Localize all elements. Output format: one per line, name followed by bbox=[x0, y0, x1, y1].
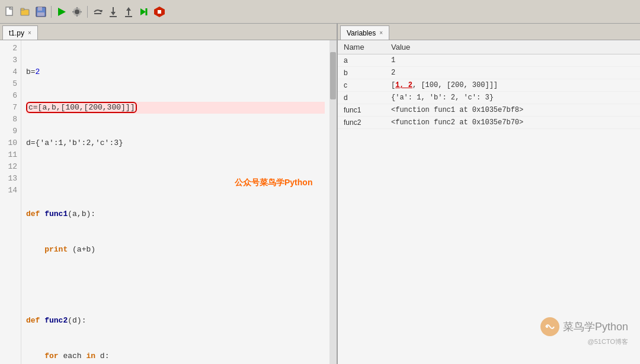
var-name-func2: func2 bbox=[338, 117, 385, 129]
var-name-c: c bbox=[338, 79, 385, 92]
run-button[interactable] bbox=[55, 5, 68, 18]
editor-body: 2 3 4 5 6 7 8 9 10 11 12 13 14 b=2 c=[a,… bbox=[0, 40, 337, 364]
svg-marker-23 bbox=[140, 8, 146, 15]
main-content: t1.py × 2 3 4 5 6 7 8 9 10 11 12 13 bbox=[0, 24, 640, 364]
var-name-b: b bbox=[338, 67, 385, 79]
code-line-8 bbox=[26, 279, 325, 291]
code-line-3: c=[a,b,[100,[200,300]]] bbox=[26, 102, 325, 114]
scrollbar-thumb[interactable] bbox=[330, 52, 336, 99]
editor-tab-t1py[interactable]: t1.py × bbox=[2, 25, 38, 40]
svg-rect-7 bbox=[37, 12, 44, 16]
editor-tab-label: t1.py bbox=[9, 29, 24, 37]
var-value-b: 2 bbox=[385, 67, 640, 79]
code-line-7: print (a+b) bbox=[26, 244, 325, 256]
code-line-2: b=2 bbox=[26, 66, 325, 78]
editor-tab-bar: t1.py × bbox=[0, 24, 337, 40]
left-panel: t1.py × 2 3 4 5 6 7 8 9 10 11 12 13 bbox=[0, 24, 338, 364]
right-panel: Variables × Name Value a 1 b 2 bbox=[338, 24, 640, 364]
var-value-c: [1, 2, [100, [200, 300]]] bbox=[385, 79, 640, 92]
debug-button[interactable] bbox=[71, 5, 84, 18]
watermark-text: 菜鸟学Python bbox=[563, 320, 628, 334]
svg-rect-26 bbox=[158, 10, 161, 14]
variables-table: Name Value a 1 b 2 c [1, 2, [100, [200, … bbox=[338, 40, 640, 129]
new-file-button[interactable] bbox=[4, 5, 17, 18]
svg-rect-6 bbox=[38, 7, 42, 11]
var-row-a: a 1 bbox=[338, 54, 640, 67]
code-line-4: d={'a':1,'b':2,'c':3} bbox=[26, 137, 325, 149]
toolbar-sep-2 bbox=[87, 6, 88, 18]
var-name-a: a bbox=[338, 54, 385, 67]
svg-marker-21 bbox=[126, 7, 131, 11]
step-into-button[interactable] bbox=[107, 5, 120, 18]
var-row-d: d {'a': 1, 'b': 2, 'c': 3} bbox=[338, 92, 640, 104]
code-line-6: def func1(a,b): bbox=[26, 208, 325, 220]
watermark: 菜鸟学Python @51CTO博客 bbox=[540, 317, 628, 346]
svg-marker-8 bbox=[58, 8, 66, 16]
step-over-button[interactable] bbox=[91, 5, 104, 18]
var-value-d: {'a': 1, 'b': 2, 'c': 3} bbox=[385, 92, 640, 104]
line-numbers: 2 3 4 5 6 7 8 9 10 11 12 13 14 bbox=[0, 40, 21, 364]
svg-point-28 bbox=[546, 326, 548, 328]
svg-point-10 bbox=[75, 9, 79, 14]
toolbar bbox=[0, 0, 640, 24]
svg-rect-4 bbox=[21, 8, 24, 10]
resume-button[interactable] bbox=[137, 5, 151, 18]
var-row-func2: func2 <function func2 at 0x1035e7b70> bbox=[338, 117, 640, 129]
variables-tab-label: Variables bbox=[347, 29, 376, 37]
annotation-label: 公众号菜鸟学Python bbox=[235, 176, 312, 188]
var-name-d: d bbox=[338, 92, 385, 104]
code-editor[interactable]: b=2 c=[a,b,[100,[200,300]]] d={'a':1,'b'… bbox=[21, 40, 329, 364]
code-line-9: def func2(d): bbox=[26, 315, 325, 327]
stop-button[interactable] bbox=[153, 5, 166, 18]
editor-scrollbar[interactable] bbox=[329, 40, 337, 364]
save-file-button[interactable] bbox=[34, 5, 47, 18]
editor-tab-close[interactable]: × bbox=[28, 30, 31, 36]
watermark-subtext: @51CTO博客 bbox=[588, 337, 628, 346]
editor-container: t1.py × 2 3 4 5 6 7 8 9 10 11 12 13 bbox=[0, 24, 337, 364]
svg-marker-18 bbox=[111, 12, 116, 15]
variables-tab[interactable]: Variables × bbox=[340, 25, 389, 40]
toolbar-sep-1 bbox=[51, 6, 52, 18]
var-value-func2: <function func2 at 0x1035e7b70> bbox=[385, 117, 640, 129]
step-out-button[interactable] bbox=[122, 5, 135, 18]
variables-tab-close[interactable]: × bbox=[379, 30, 383, 36]
var-value-a: 1 bbox=[385, 54, 640, 67]
watermark-logo bbox=[540, 317, 559, 336]
var-row-func1: func1 <function func1 at 0x1035e7bf8> bbox=[338, 104, 640, 117]
var-name-func1: func1 bbox=[338, 104, 385, 117]
var-value-func1: <function func1 at 0x1035e7bf8> bbox=[385, 104, 640, 117]
col-header-value: Value bbox=[385, 40, 640, 54]
var-row-b: b 2 bbox=[338, 67, 640, 79]
open-file-button[interactable] bbox=[19, 5, 32, 18]
code-line-10: for each in d: bbox=[26, 350, 325, 362]
col-header-name: Name bbox=[338, 40, 385, 54]
variables-tab-bar: Variables × bbox=[338, 24, 640, 40]
var-row-c: c [1, 2, [100, [200, 300]]] bbox=[338, 79, 640, 92]
